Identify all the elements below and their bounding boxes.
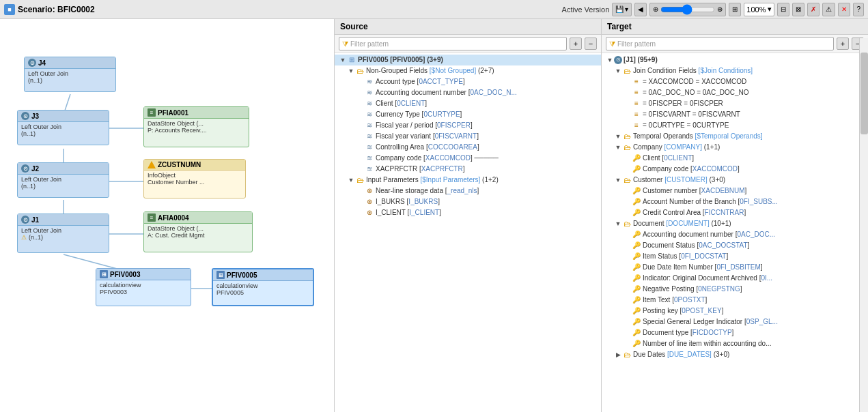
target-customer-expand[interactable]: ▼ [614, 176, 622, 184]
target-joinfields-folder[interactable]: ▼ 🗁 Join Condition Fields [$Join Conditi… [602, 65, 858, 76]
source-coarea-label: Controlling Area [COCCOOAREA] [376, 143, 479, 152]
source-field-readnls[interactable]: ⊛ Near-line storage data [_read_nls] [335, 186, 601, 196]
target-scrollbar[interactable] [859, 38, 868, 412]
source-inputparams-folder[interactable]: ▼ 🗁 Input Parameters [$Input Parameters]… [335, 175, 601, 186]
diagram-panel[interactable]: ⊙ J4 Left Outer Join (n..1) ⊙ J3 Left Ou… [0, 19, 335, 412]
target-postkey[interactable]: 🔑 Posting key [0POST_KEY] [602, 306, 858, 317]
warning-button[interactable]: ⚠ [822, 3, 835, 16]
target-scrollbar-thumb[interactable] [860, 53, 868, 134]
source-collapse-btn[interactable]: − [585, 38, 597, 50]
node-j3[interactable]: ⊙ J3 Left Outer Join (n..1) [17, 110, 109, 145]
node-pfiv0003[interactable]: ⊞ PFIV0003 calculationview PFIV0003 [96, 268, 191, 306]
node-afia0004[interactable]: ≡ AFIA0004 DataStore Object (... A: Cust… [143, 211, 253, 252]
node-j1[interactable]: ⊙ J1 Left Outer Join ⚠ (n..1) [17, 214, 109, 253]
close-button[interactable]: ✕ [838, 3, 850, 16]
target-lineitemno[interactable]: 🔑 Number of line item within accounting … [602, 338, 858, 349]
fit-button[interactable]: ⊞ [729, 3, 741, 16]
source-field-accttype[interactable]: ≋ Account type [0ACCT_TYPE] [335, 76, 601, 87]
node-j4-header: ⊙ J4 [25, 57, 115, 69]
target-temporal-expand[interactable]: ▼ [614, 132, 622, 141]
error-button[interactable]: ✗ [807, 3, 820, 16]
source-nongrouped-folder[interactable]: ▼ 🗁 Non-Grouped Fields [$Not Grouped] (2… [335, 65, 601, 76]
target-document-folder[interactable]: ▼ 🗁 Document [DOCUMENT] (10+1) [602, 218, 858, 229]
layers-button[interactable]: ⊟ [777, 3, 789, 16]
zoom-slider[interactable] [660, 5, 715, 14]
zoom-dropdown[interactable]: ▾ [766, 5, 772, 14]
source-field-iclient[interactable]: ⊛ I_CLIENT [I_CLIENT] [335, 207, 601, 218]
source-field-fiscvarnt[interactable]: ≋ Fiscal year variant [0FISCVARNT] [335, 131, 601, 142]
help-button[interactable]: ? [853, 3, 864, 16]
target-document-expand[interactable]: ▼ [614, 220, 622, 228]
target-company-compcod[interactable]: 🔑 Company code [XACCOMCOD] [602, 164, 858, 175]
target-doctype[interactable]: 🔑 Document type [FICDOCTYP] [602, 327, 858, 338]
source-tree[interactable]: ▼ ⊞ PFIV0005 [PFIV0005] (3+9) ▼ 🗁 Non-Gr… [335, 53, 601, 412]
source-panel-header: Source [335, 19, 601, 35]
target-company-expand[interactable]: ▼ [614, 143, 622, 151]
target-joinfields-expand[interactable]: ▼ [614, 67, 622, 75]
target-company-folder[interactable]: ▼ 🗁 Company [COMPANY] (1+1) [602, 142, 858, 153]
node-j2[interactable]: ⊙ J2 Left Outer Join (n..1) [17, 162, 109, 198]
target-filter-container[interactable]: ⧩ Filter pattern [606, 37, 834, 50]
target-joinfields-label: Join Condition Fields [$Join Conditions] [633, 66, 753, 76]
app-title: Scenario: BFIC0002 [18, 5, 95, 14]
source-root-expand[interactable]: ▼ [339, 56, 347, 64]
target-creditarea[interactable]: 🔑 Credit Control Area [FICCNTRAR] [602, 207, 858, 218]
target-spgl[interactable]: 🔑 Special General Ledger Indicator [0SP_… [602, 317, 858, 327]
node-pfiv0003-label: PFIV0003 [110, 271, 140, 278]
node-pfia0001[interactable]: ≡ PFIA0001 DataStore Object (... P: Acco… [143, 106, 249, 147]
source-filter-container[interactable]: ⧩ Filter pattern [339, 37, 567, 50]
target-doc-acdocno-label: Accounting document number [0AC_DOC... [643, 230, 775, 239]
view-button[interactable]: ⊠ [792, 3, 804, 16]
target-itemstatus[interactable]: 🔑 Item Status [0FI_DOCSTAT] [602, 251, 858, 262]
target-duedateitem[interactable]: 🔑 Due Date Item Number [0FI_DSBITEM] [602, 262, 858, 273]
target-duedates-label: Due Dates [DUE_DATES] (3+0) [633, 350, 729, 359]
target-negpost[interactable]: 🔑 Negative Posting [0NEGPSTNG] [602, 284, 858, 295]
source-expand-btn[interactable]: + [570, 38, 582, 50]
source-field-compcod[interactable]: ≋ Company code [XACCOMCOD] ───── [335, 153, 601, 164]
node-zcustnumn[interactable]: ZCUSTNUMN InfoObject Customer Number ... [143, 159, 246, 198]
target-itemtext[interactable]: 🔑 Item Text [0POSTXT] [602, 295, 858, 306]
target-root-item[interactable]: ▼ ⊙ [J1] (95+9) [602, 55, 858, 65]
diagram-canvas[interactable]: ⊙ J4 Left Outer Join (n..1) ⊙ J3 Left Ou… [0, 19, 334, 412]
source-nongrouped-expand[interactable]: ▼ [347, 67, 355, 75]
node-j3-label: J3 [31, 113, 39, 120]
target-temporal-folder[interactable]: ▼ 🗁 Temporal Operands [$Temporal Operand… [602, 131, 858, 142]
target-custno[interactable]: 🔑 Customer number [XACDEBNUM] [602, 186, 858, 196]
target-expand-btn[interactable]: + [837, 38, 849, 50]
target-cond-fiscper[interactable]: ≡ = 0FISCPER = 0FISCPER [602, 98, 858, 109]
target-tree[interactable]: ▼ ⊙ [J1] (95+9) ▼ 🗁 Join Condition Field… [602, 53, 868, 412]
save-button[interactable]: 💾 ▾ [612, 3, 632, 16]
source-iclient-label: I_CLIENT [I_CLIENT] [376, 208, 441, 218]
source-field-xacprfctr[interactable]: ≋ XACPRFCTR [XACPRFCTR] [335, 164, 601, 175]
source-field-coarea[interactable]: ≋ Controlling Area [COCCOOAREA] [335, 142, 601, 153]
source-field-curtype[interactable]: ≋ Currency Type [0CURTYPE] [335, 109, 601, 120]
target-doc-acdocno[interactable]: 🔑 Accounting document number [0AC_DOC... [602, 229, 858, 240]
cond-xaccomcod-icon: ≡ [632, 77, 641, 87]
source-field-ibukrs[interactable]: ⊛ I_BUKRS [I_BUKRS] [335, 196, 601, 207]
node-afia0004-label: AFIA0004 [158, 214, 189, 222]
source-root-item[interactable]: ▼ ⊞ PFIV0005 [PFIV0005] (3+9) [335, 55, 601, 65]
source-field-acdocno[interactable]: ≋ Accounting document number [0AC_DOC_N.… [335, 87, 601, 98]
target-cond-acdocno[interactable]: ≡ = 0AC_DOC_NO = 0AC_DOC_NO [602, 87, 858, 98]
target-cond-curtype[interactable]: ≡ = 0CURTYPE = 0CURTYPE [602, 120, 858, 131]
target-company-client[interactable]: 🔑 Client [0CLIENT] [602, 153, 858, 164]
node-pfiv0005[interactable]: ⊞ PFIV0005 calculationview PFIV0005 [212, 268, 314, 306]
source-inputparams-expand[interactable]: ▼ [347, 176, 355, 184]
node-j4[interactable]: ⊙ J4 Left Outer Join (n..1) [24, 57, 116, 92]
target-archived[interactable]: 🔑 Indicator: Original Document Archived … [602, 273, 858, 284]
zoom-in-icon: ⊕ [717, 5, 723, 13]
nav-prev-button[interactable]: ◀ [634, 3, 647, 16]
target-root-expand[interactable]: ▼ [606, 56, 614, 64]
target-cond-fiscvarnt[interactable]: ≡ = 0FISCVARNT = 0FISCVARNT [602, 109, 858, 120]
target-cond-xaccomcod[interactable]: ≡ = XACCOMCOD = XACCOMCOD [602, 76, 858, 87]
target-duedates-folder[interactable]: ▶ 🗁 Due Dates [DUE_DATES] (3+0) [602, 349, 858, 360]
source-field-client[interactable]: ≋ Client [0CLIENT] [335, 98, 601, 109]
readnls-icon: ⊛ [365, 186, 374, 196]
source-field-fiscper[interactable]: ≋ Fiscal year / period [0FISCPER] [335, 120, 601, 131]
target-duedates-expand[interactable]: ▶ [614, 351, 622, 359]
target-customer-folder[interactable]: ▼ 🗁 Customer [CUSTOMER] (3+0) [602, 175, 858, 186]
target-docstatus-label: Document Status [0AC_DOCSTAT] [643, 241, 749, 250]
target-docstatus[interactable]: 🔑 Document Status [0AC_DOCSTAT] [602, 240, 858, 251]
target-acctbranch[interactable]: 🔑 Account Number of the Branch [0FI_SUBS… [602, 196, 858, 207]
node-j1-header: ⊙ J1 [18, 214, 109, 226]
